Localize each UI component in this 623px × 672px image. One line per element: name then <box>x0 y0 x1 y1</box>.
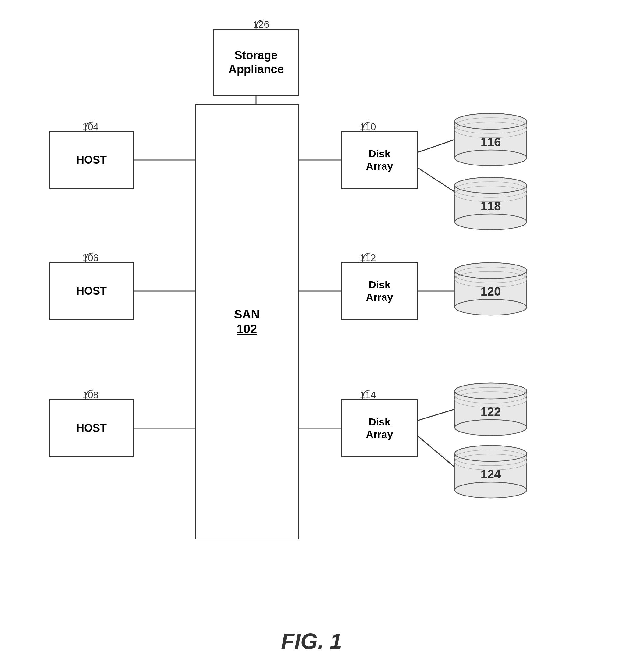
disk-array-112-label: Disk Array <box>366 279 393 304</box>
storage-appliance-box: Storage Appliance <box>213 29 299 96</box>
disk-array-112-box: Disk Array <box>342 262 418 320</box>
disk-116: 116 <box>454 113 527 167</box>
bracket-112 <box>354 251 372 264</box>
host-106-box: HOST <box>49 262 134 320</box>
storage-appliance-label: Storage Appliance <box>228 49 284 76</box>
disk-array-110-label: Disk Array <box>366 148 393 173</box>
diagram: Storage Appliance 126 SAN 102 HOST 104 H… <box>0 0 623 672</box>
san-ref: 102 <box>237 322 257 336</box>
bracket-126 <box>247 18 265 30</box>
bracket-114 <box>354 389 372 401</box>
svg-point-15 <box>455 113 527 129</box>
svg-text:118: 118 <box>481 199 501 213</box>
disk-122: 122 <box>454 383 527 437</box>
figure-label: FIG. 1 <box>0 629 623 654</box>
bracket-108 <box>76 389 94 401</box>
disk-118: 118 <box>454 177 527 232</box>
svg-point-35 <box>455 420 527 435</box>
disk-120: 120 <box>454 262 527 317</box>
svg-text:120: 120 <box>481 285 501 298</box>
host-106-label: HOST <box>76 284 107 298</box>
svg-line-10 <box>418 408 457 421</box>
svg-point-28 <box>455 299 527 315</box>
svg-point-29 <box>455 263 527 279</box>
host-104-box: HOST <box>49 131 134 189</box>
connection-lines <box>0 0 623 672</box>
svg-point-21 <box>455 214 527 230</box>
disk-array-114-label: Disk Array <box>366 416 393 441</box>
svg-text:122: 122 <box>481 405 501 419</box>
disk-array-114-box: Disk Array <box>342 399 418 457</box>
svg-point-14 <box>455 150 527 166</box>
bracket-110 <box>354 120 372 132</box>
host-108-box: HOST <box>49 399 134 457</box>
svg-text:124: 124 <box>481 467 501 481</box>
svg-point-42 <box>455 482 527 498</box>
svg-line-8 <box>418 167 457 193</box>
host-108-label: HOST <box>76 422 107 435</box>
svg-point-22 <box>455 177 527 193</box>
svg-point-43 <box>455 446 527 461</box>
bracket-106 <box>76 251 94 264</box>
svg-point-36 <box>455 383 527 399</box>
host-104-label: HOST <box>76 153 107 166</box>
san-label: SAN <box>234 307 260 322</box>
san-box: SAN 102 <box>195 103 299 540</box>
disk-array-110-box: Disk Array <box>342 131 418 189</box>
svg-line-11 <box>418 436 457 469</box>
bracket-104 <box>76 120 94 132</box>
svg-text:116: 116 <box>481 135 501 149</box>
disk-124: 124 <box>454 445 527 500</box>
svg-line-7 <box>418 139 457 152</box>
